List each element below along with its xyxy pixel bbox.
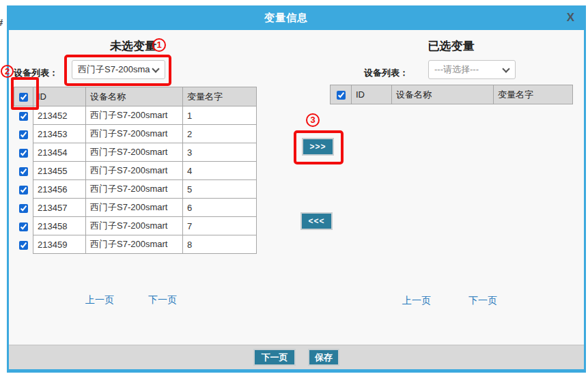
- save-button[interactable]: 保存: [308, 349, 339, 366]
- table-row: 213459西门子S7-200smart8: [14, 235, 257, 254]
- right-device-select-value: ---请选择---: [434, 64, 479, 74]
- left-device-select-value: 西门子S7-200sma: [78, 64, 150, 74]
- next-page-button[interactable]: 下一页: [253, 349, 296, 366]
- right-device-select[interactable]: ---请选择---: [428, 60, 516, 79]
- cell-id: 213455: [33, 162, 86, 180]
- row-checkbox[interactable]: [19, 222, 28, 231]
- right-device-list-label: 设备列表：: [364, 67, 408, 79]
- table-header-row: ID 设备名称 变量名字: [14, 87, 257, 106]
- cell-variable: 4: [183, 162, 257, 180]
- cell-device: 西门子S7-200smart: [86, 180, 183, 199]
- table-row: 213453西门子S7-200smart2: [14, 125, 257, 143]
- cell-device: 西门子S7-200smart: [86, 106, 183, 125]
- table-row: 213458西门子S7-200smart7: [14, 217, 257, 235]
- column-header-variable: 变量名字: [494, 85, 573, 104]
- unselected-table-body: 213452西门子S7-200smart1213453西门子S7-200smar…: [14, 106, 257, 254]
- cell-id: 213459: [33, 235, 86, 254]
- cell-device: 西门子S7-200smart: [86, 162, 183, 180]
- close-icon[interactable]: X: [567, 11, 574, 25]
- cell-id: 213452: [33, 106, 86, 125]
- cell-device: 西门子S7-200smart: [86, 199, 183, 217]
- unselected-variables-heading: 未选变量: [14, 38, 253, 54]
- cell-variable: 5: [183, 180, 257, 199]
- left-device-select[interactable]: 西门子S7-200sma: [72, 60, 165, 79]
- column-header-id: ID: [33, 87, 86, 106]
- row-checkbox[interactable]: [19, 112, 28, 121]
- cell-variable: 7: [183, 217, 257, 235]
- cell-device: 西门子S7-200smart: [86, 143, 183, 162]
- left-device-list-label: 设备列表：: [14, 67, 58, 79]
- dialog-footer: 下一页 保存: [9, 345, 584, 369]
- screen: # 变量信息 X 未选变量 设备列表： 西门子S7-200sma ID 设备名称…: [0, 0, 588, 374]
- column-header-variable: 变量名字: [183, 87, 257, 106]
- move-left-button[interactable]: <<<: [300, 212, 333, 230]
- cell-variable: 8: [183, 235, 257, 254]
- cell-id: 213456: [33, 180, 86, 199]
- move-right-button[interactable]: >>>: [302, 138, 334, 156]
- selected-variables-heading: 已选变量: [330, 38, 572, 54]
- row-checkbox-cell: [14, 106, 33, 125]
- row-checkbox-cell: [14, 162, 33, 180]
- column-header-id: ID: [352, 85, 392, 104]
- selected-variables-table: ID 设备名称 变量名字: [330, 85, 573, 104]
- cell-variable: 2: [183, 125, 257, 143]
- row-checkbox-cell: [14, 125, 33, 143]
- cell-device: 西门子S7-200smart: [86, 217, 183, 235]
- annotation-step-3: 3: [306, 113, 320, 127]
- table-row: 213452西门子S7-200smart1: [14, 106, 257, 125]
- row-checkbox[interactable]: [19, 167, 28, 176]
- cell-device: 西门子S7-200smart: [86, 125, 183, 143]
- row-checkbox-cell: [14, 199, 33, 217]
- table-row: 213454西门子S7-200smart3: [14, 143, 257, 162]
- row-checkbox-cell: [14, 143, 33, 162]
- row-checkbox-cell: [14, 235, 33, 254]
- row-checkbox[interactable]: [19, 130, 28, 139]
- cell-id: 213457: [33, 199, 86, 217]
- select-all-checkbox[interactable]: [19, 93, 28, 102]
- annotation-step-2: 2: [1, 65, 14, 78]
- column-header-device: 设备名称: [86, 87, 183, 106]
- column-header-device: 设备名称: [392, 85, 494, 104]
- cell-variable: 1: [183, 106, 257, 125]
- left-next-page-link[interactable]: 下一页: [148, 294, 177, 306]
- cell-id: 213454: [33, 143, 86, 162]
- cell-device: 西门子S7-200smart: [86, 235, 183, 254]
- left-prev-page-link[interactable]: 上一页: [85, 294, 114, 306]
- cell-id: 213453: [33, 125, 86, 143]
- cell-id: 213458: [33, 217, 86, 235]
- select-all-checkbox[interactable]: [337, 91, 346, 100]
- chevron-down-icon: [502, 65, 509, 72]
- row-checkbox[interactable]: [19, 204, 28, 213]
- right-next-page-link[interactable]: 下一页: [468, 295, 497, 307]
- row-checkbox-cell: [14, 180, 33, 199]
- dialog-title: 变量信息: [9, 5, 563, 30]
- cell-variable: 6: [183, 199, 257, 217]
- right-prev-page-link[interactable]: 上一页: [402, 295, 431, 307]
- table-row: 213456西门子S7-200smart5: [14, 180, 257, 199]
- dialog-titlebar: 变量信息: [9, 5, 584, 30]
- table-row: 213457西门子S7-200smart6: [14, 199, 257, 217]
- chevron-down-icon: [152, 65, 159, 72]
- row-checkbox[interactable]: [19, 186, 28, 195]
- annotation-step-1: 1: [152, 38, 166, 52]
- table-header-row: ID 设备名称 变量名字: [331, 85, 573, 104]
- table-row: 213455西门子S7-200smart4: [14, 162, 257, 180]
- row-checkbox[interactable]: [19, 149, 28, 158]
- row-checkbox[interactable]: [19, 241, 28, 250]
- background-page-fragment: #: [0, 16, 3, 28]
- cell-variable: 3: [183, 143, 257, 162]
- variable-info-dialog: 变量信息 X 未选变量 设备列表： 西门子S7-200sma ID 设备名称 变…: [7, 5, 586, 373]
- unselected-variables-table: ID 设备名称 变量名字 213452西门子S7-200smart1213453…: [14, 87, 257, 254]
- row-checkbox-cell: [14, 217, 33, 235]
